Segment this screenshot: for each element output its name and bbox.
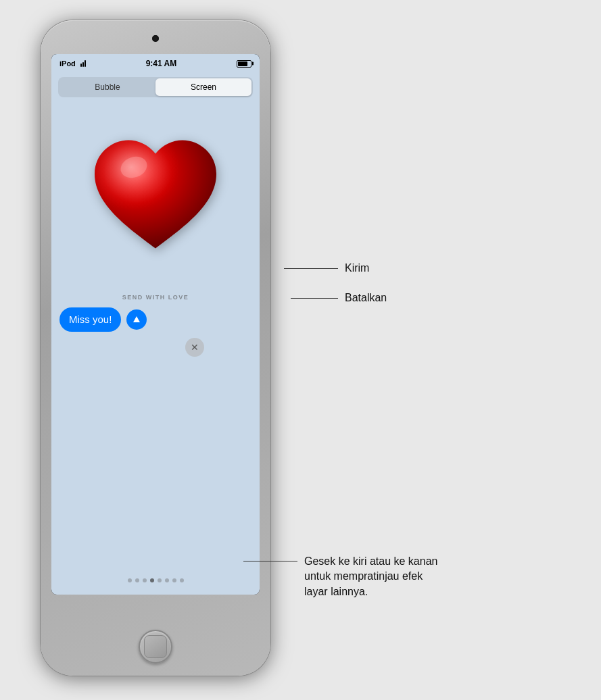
wifi-icon xyxy=(80,60,86,67)
dot-5[interactable] xyxy=(158,578,162,582)
battery-area xyxy=(237,60,251,68)
home-button-inner xyxy=(144,635,167,658)
cancel-x-icon: ✕ xyxy=(191,343,199,352)
message-text: Miss you! xyxy=(69,314,112,325)
swipe-callout-line xyxy=(243,561,297,561)
bubble-tab[interactable]: Bubble xyxy=(59,78,155,96)
cancel-button[interactable]: ✕ xyxy=(185,338,204,357)
send-arrow-icon xyxy=(133,316,140,322)
kirim-callout-line xyxy=(284,268,338,269)
dot-1[interactable] xyxy=(128,578,132,582)
ipod-device: iPod 9:41 AM xyxy=(41,20,270,676)
battery-fill xyxy=(238,61,247,66)
batalkan-callout-line xyxy=(291,298,338,299)
scene: iPod 9:41 AM xyxy=(0,0,601,700)
segment-control[interactable]: Bubble Screen xyxy=(58,77,253,97)
kirim-callout: Kirim xyxy=(284,262,369,274)
front-camera xyxy=(152,35,159,42)
message-bubble: Miss you! xyxy=(59,307,121,332)
home-button[interactable] xyxy=(139,630,172,664)
dot-3[interactable] xyxy=(143,578,147,582)
swipe-callout: Gesek ke kiri atau ke kananuntuk memprat… xyxy=(243,554,437,599)
dot-8[interactable] xyxy=(180,578,184,582)
time-label: 9:41 AM xyxy=(86,59,237,68)
dot-4[interactable] xyxy=(150,578,154,582)
screen-bezel: iPod 9:41 AM xyxy=(51,54,260,595)
batalkan-label: Batalkan xyxy=(345,292,387,304)
swipe-label: Gesek ke kiri atau ke kananuntuk memprat… xyxy=(304,554,437,599)
batalkan-callout: Batalkan xyxy=(291,292,387,304)
kirim-label: Kirim xyxy=(345,262,369,274)
message-row: Miss you! xyxy=(59,307,233,332)
send-button[interactable] xyxy=(126,309,147,330)
dot-7[interactable] xyxy=(172,578,176,582)
heart-area xyxy=(51,101,260,297)
dot-6[interactable] xyxy=(165,578,169,582)
battery-icon xyxy=(237,60,251,68)
page-dots[interactable] xyxy=(51,578,260,582)
heart-graphic xyxy=(88,132,223,267)
dot-2[interactable] xyxy=(135,578,139,582)
screen-tab[interactable]: Screen xyxy=(155,78,251,96)
send-with-love-label: SEND WITH LOVE xyxy=(51,294,260,301)
screen: iPod 9:41 AM xyxy=(51,54,260,595)
status-bar: iPod 9:41 AM xyxy=(51,54,260,73)
carrier-label: iPod xyxy=(59,59,86,68)
